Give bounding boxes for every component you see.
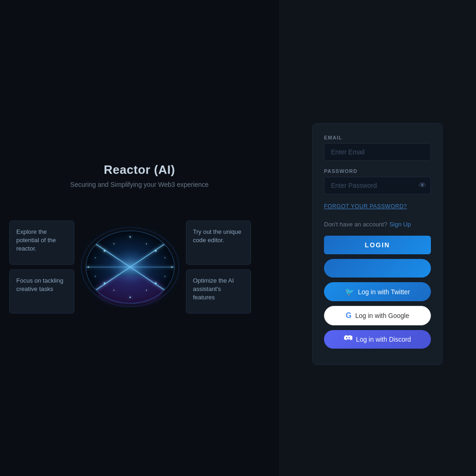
svg-point-20: [113, 290, 114, 291]
svg-point-23: [165, 258, 165, 258]
feature-card-top-right: Try out the unique code editor.: [186, 221, 251, 265]
eye-icon: 👁: [419, 181, 426, 189]
password-input-wrap: 👁: [324, 177, 431, 194]
google-icon: G: [346, 311, 351, 320]
google-login-button[interactable]: G Log in with Google: [324, 306, 431, 325]
email-input[interactable]: [324, 143, 431, 161]
no-account-text: Don't have an account?: [324, 221, 387, 228]
app-title: Reactor (AI): [70, 163, 209, 177]
password-field-group: PASSWORD 👁: [324, 168, 431, 194]
svg-point-18: [113, 244, 114, 245]
toggle-password-button[interactable]: 👁: [419, 181, 426, 190]
email-label: EMAIL: [324, 135, 431, 140]
right-panel: EMAIL PASSWORD 👁 FORGOT YOUR PASSWORD? D…: [279, 0, 476, 476]
discord-icon: [344, 335, 352, 344]
svg-point-17: [172, 266, 173, 268]
login-form: EMAIL PASSWORD 👁 FORGOT YOUR PASSWORD? D…: [312, 123, 443, 365]
app-subtitle: Securing and Simplifying your Web3 exper…: [70, 181, 209, 188]
left-panel: Reactor (AI) Securing and Simplifying yo…: [0, 0, 279, 476]
email-field-group: EMAIL: [324, 135, 431, 161]
feature-card-bottom-right: Optimize the AI assistant's features: [186, 270, 251, 314]
svg-point-19: [146, 244, 147, 245]
center-visual: [79, 221, 181, 314]
svg-point-12: [104, 283, 106, 284]
svg-point-15: [130, 297, 131, 298]
svg-point-24: [95, 276, 96, 277]
svg-point-11: [155, 250, 157, 252]
svg-point-22: [95, 258, 96, 258]
password-input[interactable]: [324, 177, 431, 194]
svg-point-13: [155, 283, 157, 284]
svg-point-16: [88, 266, 89, 268]
feature-card-top-left: Explore the potential of the reactor.: [9, 221, 74, 265]
empty-social-button[interactable]: [324, 259, 431, 278]
svg-point-14: [130, 236, 131, 238]
forgot-password-link[interactable]: FORGOT YOUR PASSWORD?: [324, 203, 407, 210]
svg-point-10: [104, 250, 106, 252]
feature-card-bottom-left: Focus on tackling creative tasks: [9, 270, 74, 314]
signup-link[interactable]: Sign Up: [390, 221, 411, 228]
svg-point-25: [165, 276, 165, 277]
login-button[interactable]: LOGIN: [324, 236, 431, 254]
svg-point-21: [146, 290, 147, 291]
discord-login-button[interactable]: Log in with Discord: [324, 330, 431, 349]
twitter-icon: 🐦: [345, 287, 354, 296]
password-label: PASSWORD: [324, 168, 431, 174]
twitter-login-button[interactable]: 🐦 Log in with Twitter: [324, 282, 431, 301]
